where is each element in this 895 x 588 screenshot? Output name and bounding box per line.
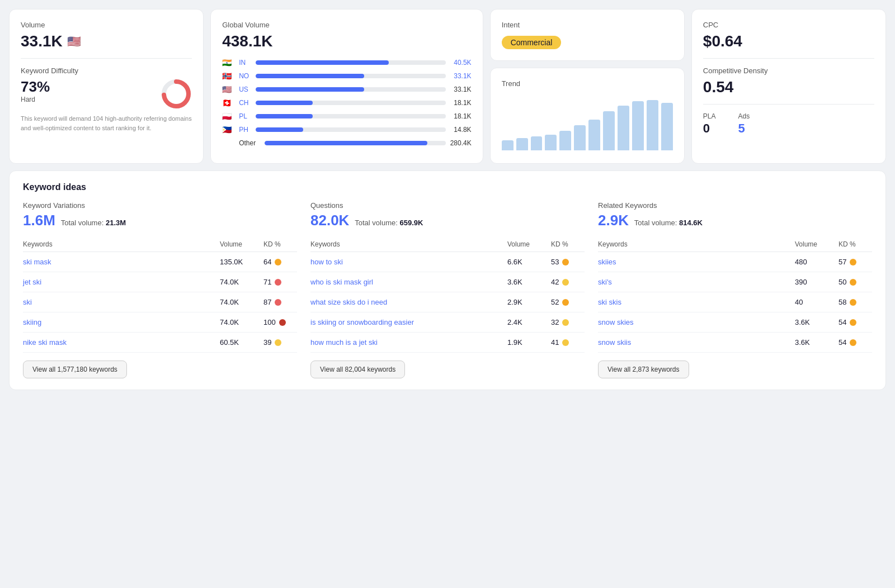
table-row: how much is a jet ski1.9K41 xyxy=(310,333,585,353)
kd-dot xyxy=(850,339,856,346)
kd-cell: 100 xyxy=(263,318,297,326)
country-code: PL xyxy=(239,112,251,120)
kd-cell: 41 xyxy=(551,338,585,347)
global-volume-label: Global Volume xyxy=(222,21,471,29)
kd-cell: 54 xyxy=(839,338,872,347)
kd-value: 50 xyxy=(839,278,846,286)
table-column-header: KD % xyxy=(839,240,872,248)
table-row: skiing74.0K100 xyxy=(23,312,297,333)
kd-dot xyxy=(562,279,569,286)
related-label: Related Keywords xyxy=(598,201,872,210)
kd-donut xyxy=(161,78,192,110)
volume-cell: 74.0K xyxy=(220,298,259,306)
table-row: nike ski mask60.5K39 xyxy=(23,333,297,353)
view-all-questions-button[interactable]: View all 82,004 keywords xyxy=(310,361,405,378)
kd-cell: 52 xyxy=(551,298,585,306)
ads-value: 5 xyxy=(738,121,750,136)
global-volume-value: 438.1K xyxy=(222,32,471,50)
questions-big-number: 82.0K xyxy=(310,212,349,229)
trend-bar xyxy=(632,101,644,150)
table-row: ski skis4058 xyxy=(598,292,872,312)
table-column-header: KD % xyxy=(551,240,585,248)
keyword-link[interactable]: ski's xyxy=(598,278,790,286)
keyword-link[interactable]: how much is a jet ski xyxy=(310,338,503,347)
view-all-variations-button[interactable]: View all 1,577,180 keywords xyxy=(23,361,127,378)
keyword-link[interactable]: skiies xyxy=(598,258,790,266)
intent-card: Intent Commercial xyxy=(490,9,685,61)
table-row: who is ski mask girl3.6K42 xyxy=(310,272,585,292)
pla-item: PLA 0 xyxy=(703,112,716,136)
keyword-ideas-grid: Keyword Variations 1.6M Total volume: 21… xyxy=(23,201,872,378)
variations-table-header: KeywordsVolumeKD % xyxy=(23,235,297,252)
variations-rows: ski mask135.0K64jet ski74.0K71ski74.0K87… xyxy=(23,252,297,353)
volume-cell: 40 xyxy=(795,298,834,306)
kd-dot xyxy=(275,279,281,286)
keyword-link[interactable]: ski xyxy=(23,298,215,306)
kd-cell: 58 xyxy=(839,298,872,306)
trend-bar xyxy=(559,131,571,150)
related-total-label: Total volume: 814.6K xyxy=(634,219,703,227)
table-column-header: Keywords xyxy=(598,240,790,248)
comp-density-value: 0.54 xyxy=(703,78,874,96)
trend-card: Trend xyxy=(490,68,685,164)
variations-big-number: 1.6M xyxy=(23,212,55,229)
trend-bar xyxy=(588,120,600,150)
keyword-link[interactable]: skiing xyxy=(23,318,215,326)
kd-value: 87 xyxy=(263,298,271,306)
keyword-link[interactable]: is skiing or snowboarding easier xyxy=(310,318,503,326)
table-row: jet ski74.0K71 xyxy=(23,272,297,292)
volume-cell: 74.0K xyxy=(220,318,259,326)
pla-label: PLA xyxy=(703,112,716,120)
country-code: PH xyxy=(239,126,251,134)
country-flag: 🇮🇳 xyxy=(222,58,234,67)
table-column-header: KD % xyxy=(263,240,297,248)
other-label: Other xyxy=(239,139,260,147)
pla-value: 0 xyxy=(703,121,716,136)
country-row-other: 🏳 Other 280.4K xyxy=(222,139,471,148)
country-code: CH xyxy=(239,99,251,107)
keyword-link[interactable]: how to ski xyxy=(310,258,503,266)
country-row: 🇺🇸 US 33.1K xyxy=(222,85,471,94)
trend-bar xyxy=(502,140,514,150)
trend-bar xyxy=(661,103,673,150)
country-row: 🇳🇴 NO 33.1K xyxy=(222,72,471,80)
kd-value: 57 xyxy=(839,258,846,266)
keyword-link[interactable]: what size skis do i need xyxy=(310,298,503,306)
keyword-link[interactable]: ski skis xyxy=(598,298,790,306)
kd-cell: 87 xyxy=(263,298,297,306)
kd-value: 52 xyxy=(551,298,559,306)
ads-label: Ads xyxy=(738,112,750,120)
kd-cell: 57 xyxy=(839,258,872,266)
keyword-link[interactable]: nike ski mask xyxy=(23,338,215,347)
country-bar-fill xyxy=(256,114,313,118)
kd-value: 54 xyxy=(839,318,846,326)
kd-cell: 32 xyxy=(551,318,585,326)
kd-dot xyxy=(562,339,569,346)
kd-value: 53 xyxy=(551,258,559,266)
country-row: 🇮🇳 IN 40.5K xyxy=(222,58,471,67)
volume-cell: 60.5K xyxy=(220,338,259,347)
country-bar-fill xyxy=(256,101,313,105)
kd-label: Keyword Difficulty xyxy=(21,67,192,75)
divider3 xyxy=(703,104,874,105)
country-row: 🇵🇭 PH 14.8K xyxy=(222,125,471,134)
comp-density-label: Competitive Density xyxy=(703,67,874,75)
keyword-link[interactable]: jet ski xyxy=(23,278,215,286)
country-flag: 🇨🇭 xyxy=(222,98,234,107)
cpc-value: $0.64 xyxy=(703,32,874,50)
kd-cell: 42 xyxy=(551,278,585,286)
kd-dot xyxy=(850,319,856,326)
keyword-link[interactable]: snow skies xyxy=(598,318,790,326)
keyword-link[interactable]: ski mask xyxy=(23,258,215,266)
volume-cell: 2.9K xyxy=(507,298,547,306)
questions-total-label: Total volume: 659.9K xyxy=(355,219,423,227)
view-all-related-button[interactable]: View all 2,873 keywords xyxy=(598,361,689,378)
volume-cell: 2.4K xyxy=(507,318,547,326)
country-flag: 🇺🇸 xyxy=(222,85,234,94)
kd-dot xyxy=(562,259,569,265)
keyword-link[interactable]: who is ski mask girl xyxy=(310,278,503,286)
country-bar-fill xyxy=(256,127,303,132)
country-bar-container xyxy=(256,74,445,78)
kd-value: 54 xyxy=(839,338,846,347)
keyword-link[interactable]: snow skiis xyxy=(598,338,790,347)
